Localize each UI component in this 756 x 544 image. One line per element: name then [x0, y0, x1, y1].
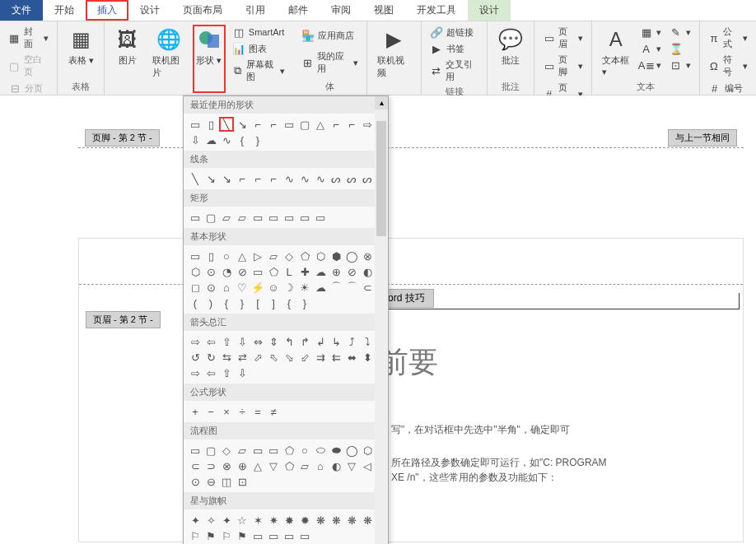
fc-10[interactable]: ⬬	[329, 443, 343, 458]
text-opt2[interactable]: A▾	[638, 41, 663, 56]
arr-15[interactable]: ⇆	[219, 350, 234, 365]
symbol-button[interactable]: Ω符号 ▾	[707, 53, 749, 79]
line-11[interactable]: ᔕ	[344, 171, 359, 186]
fc-18[interactable]: ▽	[266, 458, 281, 473]
fc-23[interactable]: ▽	[344, 458, 359, 473]
basic-42[interactable]: ]	[266, 295, 281, 310]
tab-references[interactable]: 引用	[234, 0, 277, 21]
basic-22[interactable]: ⊕	[329, 264, 343, 279]
st-4[interactable]: ☆	[235, 513, 250, 528]
arr-16[interactable]: ⇄	[235, 350, 250, 365]
arr-7[interactable]: ↰	[282, 334, 296, 349]
tab-dev[interactable]: 开发工具	[405, 0, 468, 21]
arr-18[interactable]: ⬁	[266, 350, 281, 365]
online-pictures-button[interactable]: 🌐 联机图片	[149, 25, 188, 93]
arr-13[interactable]: ↺	[188, 350, 203, 365]
fc-27[interactable]: ◫	[219, 474, 234, 489]
st-9[interactable]: ❋	[313, 513, 328, 528]
bookmark-button[interactable]: ▶书签	[428, 41, 481, 56]
line-2[interactable]: ↘	[203, 171, 218, 186]
arr-3[interactable]: ⇧	[219, 334, 234, 349]
arr-5[interactable]: ⇔	[250, 334, 265, 349]
rect-3[interactable]: ▱	[219, 210, 234, 225]
formula-button[interactable]: π公式 ▾	[707, 25, 749, 51]
basic-5[interactable]: ▷	[250, 249, 265, 263]
fc-13[interactable]: ⊂	[188, 458, 203, 473]
fc-12[interactable]: ⬡	[360, 443, 375, 458]
arr-20[interactable]: ⬃	[297, 350, 312, 365]
shape-triangle[interactable]: △	[313, 117, 328, 132]
arr-10[interactable]: ↳	[329, 334, 343, 349]
rect-7[interactable]: ▭	[282, 210, 296, 225]
basic-15[interactable]: ◔	[219, 264, 234, 279]
st-17[interactable]: ▭	[250, 528, 265, 543]
shape-lshape[interactable]: ⌐	[329, 117, 343, 132]
shape-connector2[interactable]: ⌐	[266, 117, 281, 132]
fc-22[interactable]: ◐	[329, 458, 343, 473]
line-4[interactable]: ⌐	[235, 171, 250, 186]
st-2[interactable]: ✧	[203, 513, 218, 528]
st-12[interactable]: ❋	[360, 513, 375, 528]
fc-7[interactable]: ⬠	[282, 443, 296, 458]
basic-20[interactable]: ✚	[297, 264, 312, 279]
basic-35[interactable]: ⌒	[344, 280, 359, 295]
eq-2[interactable]: −	[203, 404, 218, 419]
picture-button[interactable]: 🖼 图片	[111, 25, 144, 93]
basic-10[interactable]: ⬢	[329, 249, 343, 263]
basic-44[interactable]: }	[297, 295, 312, 310]
basic-9[interactable]: ⬡	[313, 249, 328, 263]
shape-brace1[interactable]: {	[235, 133, 250, 147]
rect-9[interactable]: ▭	[313, 210, 328, 225]
arr-14[interactable]: ↻	[203, 350, 218, 365]
cover-page-button[interactable]: ▦封面 ▾	[7, 25, 50, 51]
arr-12[interactable]: ⤵	[360, 334, 375, 349]
tab-mail[interactable]: 邮件	[277, 0, 320, 21]
chart-button[interactable]: 📊图表	[231, 41, 287, 56]
line-10[interactable]: ᔕ	[329, 171, 343, 186]
st-11[interactable]: ❋	[344, 513, 359, 528]
st-7[interactable]: ✸	[282, 513, 296, 528]
page-body-region[interactable]: 页眉 - 第 2 节 -	[78, 238, 744, 542]
rect-6[interactable]: ▭	[266, 210, 281, 225]
line-9[interactable]: ∿	[313, 171, 328, 186]
arr-28[interactable]: ⇩	[235, 365, 250, 380]
fc-25[interactable]: ⊙	[188, 474, 203, 489]
rect-4[interactable]: ▱	[235, 210, 250, 225]
fc-8[interactable]: ○	[297, 443, 312, 458]
basic-13[interactable]: ⬡	[188, 264, 203, 279]
rect-2[interactable]: ▢	[203, 210, 218, 225]
arr-26[interactable]: ⇦	[203, 365, 218, 380]
tab-review[interactable]: 审阅	[320, 0, 362, 21]
screenshot-button[interactable]: ⧉屏幕截图 ▾	[231, 58, 287, 84]
hyperlink-button[interactable]: 🔗超链接	[428, 25, 481, 40]
st-8[interactable]: ✹	[297, 513, 312, 528]
fc-6[interactable]: ▭	[266, 443, 281, 458]
basic-14[interactable]: ⊙	[203, 264, 218, 279]
arr-9[interactable]: ↲	[313, 334, 328, 349]
shape-cloud[interactable]: ☁	[203, 133, 218, 147]
rect-5[interactable]: ▭	[250, 210, 265, 225]
eq-3[interactable]: ×	[219, 404, 234, 419]
store-button[interactable]: 🏪应用商店	[300, 28, 360, 43]
fc-15[interactable]: ⊗	[219, 458, 234, 473]
st-19[interactable]: ▭	[282, 528, 296, 543]
arr-17[interactable]: ⬀	[250, 350, 265, 365]
basic-11[interactable]: ◯	[344, 249, 359, 263]
rect-8[interactable]: ▭	[297, 210, 312, 225]
basic-43[interactable]: {	[282, 295, 296, 310]
shape-connector[interactable]: ⌐	[250, 117, 265, 132]
eq-5[interactable]: =	[250, 404, 265, 419]
basic-4[interactable]: △	[235, 249, 250, 263]
basic-37[interactable]: (	[188, 295, 203, 310]
st-14[interactable]: ⚑	[203, 528, 218, 543]
arr-23[interactable]: ⬌	[344, 350, 359, 365]
line-5[interactable]: ⌐	[250, 171, 265, 186]
line-6[interactable]: ⌐	[266, 171, 281, 186]
basic-17[interactable]: ▭	[250, 264, 265, 279]
fc-1[interactable]: ▭	[188, 443, 203, 458]
arr-6[interactable]: ⇕	[266, 334, 281, 349]
footer-button[interactable]: ▭页脚 ▾	[541, 53, 584, 79]
tab-view[interactable]: 视图	[362, 0, 405, 21]
shape-rect[interactable]: ▭	[282, 117, 296, 132]
basic-39[interactable]: {	[219, 295, 234, 310]
